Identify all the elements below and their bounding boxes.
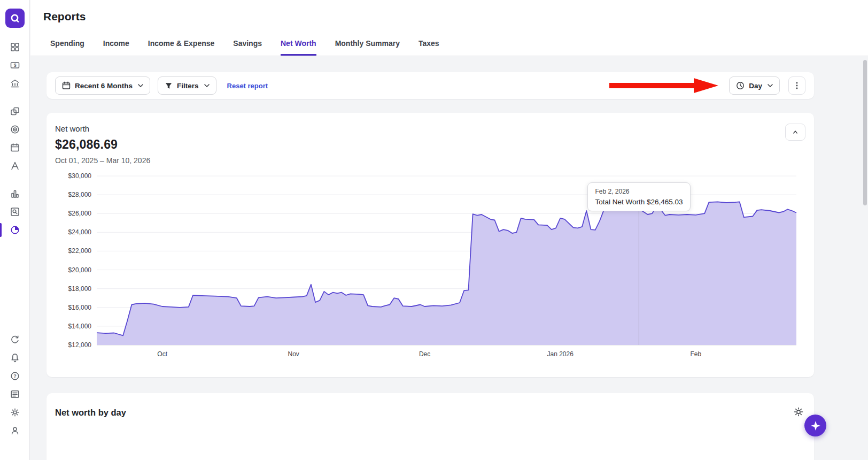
svg-text:$12,000: $12,000 bbox=[68, 341, 92, 349]
svg-text:$28,000: $28,000 bbox=[68, 191, 92, 198]
net-worth-area-chart[interactable]: $30,000$28,000$26,000$24,000$22,000$20,0… bbox=[55, 171, 803, 361]
help-icon: ? bbox=[10, 371, 20, 381]
svg-text:?: ? bbox=[13, 373, 17, 379]
toolbar-right-group: Day bbox=[729, 76, 805, 95]
report-toolbar: Recent 6 Months Filters Reset report bbox=[46, 72, 814, 99]
chart-tooltip: Feb 2, 2026 Total Net Worth $26,465.03 bbox=[587, 182, 690, 211]
sidebar-bottom-nav: ? bbox=[0, 331, 29, 460]
tab-income-expense[interactable]: Income & Expense bbox=[148, 39, 215, 56]
content-area: Recent 6 Months Filters Reset report bbox=[30, 56, 868, 460]
sidebar: $ bbox=[0, 0, 30, 460]
svg-text:$20,000: $20,000 bbox=[68, 266, 92, 274]
net-worth-card: Net worth $26,086.69 Oct 01, 2025 – Mar … bbox=[46, 113, 814, 377]
sidebar-item-planning[interactable] bbox=[0, 157, 30, 175]
svg-text:$26,000: $26,000 bbox=[68, 210, 92, 217]
tab-spending[interactable]: Spending bbox=[50, 39, 84, 56]
net-worth-by-day-title: Net worth by day bbox=[55, 408, 126, 418]
scrollbar-thumb[interactable] bbox=[863, 60, 867, 205]
calendar-icon bbox=[62, 81, 71, 90]
collapse-card-button[interactable] bbox=[785, 124, 805, 141]
sidebar-item-notifications[interactable] bbox=[0, 349, 30, 367]
tooltip-value: Total Net Worth $26,465.03 bbox=[595, 198, 683, 206]
sidebar-item-help[interactable]: ? bbox=[0, 367, 30, 385]
funnel-icon bbox=[165, 82, 173, 90]
svg-text:Oct: Oct bbox=[157, 350, 167, 358]
net-worth-date-range: Oct 01, 2025 – Mar 10, 2026 bbox=[55, 156, 150, 165]
kebab-menu-icon bbox=[792, 80, 802, 91]
annotation-red-arrow bbox=[609, 77, 719, 94]
net-worth-card-header: Net worth $26,086.69 Oct 01, 2025 – Mar … bbox=[55, 124, 805, 165]
sidebar-item-reports[interactable] bbox=[0, 221, 30, 239]
report-tabs: SpendingIncomeIncome & ExpenseSavingsNet… bbox=[50, 39, 868, 56]
sidebar-item-profile[interactable] bbox=[0, 421, 30, 440]
svg-text:Nov: Nov bbox=[288, 350, 299, 358]
gear-icon bbox=[10, 407, 20, 418]
main-area: Reports SpendingIncomeIncome & ExpenseSa… bbox=[30, 0, 868, 460]
sync-icon bbox=[10, 334, 20, 345]
cash-icon: $ bbox=[10, 60, 20, 71]
net-worth-by-day-header: Net worth by day bbox=[55, 405, 805, 420]
reset-report-link[interactable]: Reset report bbox=[227, 82, 268, 90]
tab-net-worth[interactable]: Net Worth bbox=[281, 39, 316, 56]
dashboard-icon bbox=[10, 42, 20, 52]
sidebar-item-transactions[interactable]: $ bbox=[0, 56, 30, 74]
sidebar-nav: $ bbox=[0, 38, 29, 239]
svg-text:$24,000: $24,000 bbox=[68, 228, 92, 236]
chevron-down-icon bbox=[768, 84, 773, 87]
sidebar-item-bills[interactable] bbox=[0, 139, 30, 157]
chevron-down-icon bbox=[138, 84, 143, 87]
svg-text:Dec: Dec bbox=[419, 350, 430, 358]
sidebar-item-feed[interactable] bbox=[0, 385, 30, 403]
sidebar-item-connections[interactable] bbox=[0, 102, 30, 120]
planning-icon bbox=[10, 160, 20, 171]
svg-text:Feb: Feb bbox=[690, 350, 701, 358]
sidebar-item-search[interactable] bbox=[0, 203, 30, 221]
bank-icon bbox=[10, 78, 20, 89]
assistant-fab[interactable] bbox=[804, 415, 826, 436]
bar-chart-icon bbox=[10, 188, 20, 199]
sidebar-item-investments[interactable] bbox=[0, 185, 30, 203]
chevron-up-icon bbox=[791, 128, 800, 136]
sparkle-icon bbox=[810, 420, 821, 431]
goals-icon bbox=[10, 124, 20, 135]
sidebar-item-settings[interactable] bbox=[0, 403, 30, 421]
svg-text:$30,000: $30,000 bbox=[68, 172, 92, 180]
tab-savings[interactable]: Savings bbox=[233, 39, 262, 56]
filters-button[interactable]: Filters bbox=[158, 76, 216, 95]
sidebar-item-dashboard[interactable] bbox=[0, 38, 30, 56]
clock-icon bbox=[736, 81, 745, 90]
tab-income[interactable]: Income bbox=[103, 39, 129, 56]
svg-text:$16,000: $16,000 bbox=[68, 304, 92, 311]
date-range-button[interactable]: Recent 6 Months bbox=[55, 76, 150, 95]
net-worth-amount: $26,086.69 bbox=[55, 137, 150, 152]
app-logo-icon bbox=[10, 13, 20, 24]
app-logo[interactable] bbox=[5, 9, 25, 28]
page-title: Reports bbox=[43, 10, 868, 23]
sidebar-item-accounts[interactable] bbox=[0, 74, 30, 93]
tab-monthly-summary[interactable]: Monthly Summary bbox=[335, 39, 400, 56]
sidebar-item-sync[interactable] bbox=[0, 331, 30, 349]
pie-chart-icon bbox=[10, 225, 20, 235]
filters-label: Filters bbox=[177, 82, 199, 90]
sidebar-item-goals[interactable] bbox=[0, 120, 30, 139]
date-range-label: Recent 6 Months bbox=[75, 82, 133, 90]
tab-taxes[interactable]: Taxes bbox=[418, 39, 439, 56]
search-report-icon bbox=[10, 206, 20, 217]
profile-icon bbox=[10, 425, 20, 436]
interval-button[interactable]: Day bbox=[729, 76, 780, 95]
tooltip-date: Feb 2, 2026 bbox=[595, 188, 683, 195]
net-worth-title: Net worth bbox=[55, 124, 150, 134]
card-settings-button[interactable] bbox=[792, 405, 805, 420]
feed-icon bbox=[10, 389, 20, 400]
more-options-button[interactable] bbox=[788, 76, 805, 95]
gear-icon bbox=[793, 406, 804, 418]
connections-icon bbox=[10, 106, 20, 117]
net-worth-by-day-card: Net worth by day bbox=[46, 393, 814, 460]
interval-label: Day bbox=[749, 82, 762, 90]
net-worth-chart[interactable]: $30,000$28,000$26,000$24,000$22,000$20,0… bbox=[55, 171, 805, 363]
svg-text:$22,000: $22,000 bbox=[68, 247, 92, 255]
net-worth-summary: Net worth $26,086.69 Oct 01, 2025 – Mar … bbox=[55, 124, 150, 165]
svg-text:$: $ bbox=[13, 63, 16, 68]
bell-icon bbox=[10, 352, 20, 363]
svg-text:Jan 2026: Jan 2026 bbox=[547, 350, 574, 358]
